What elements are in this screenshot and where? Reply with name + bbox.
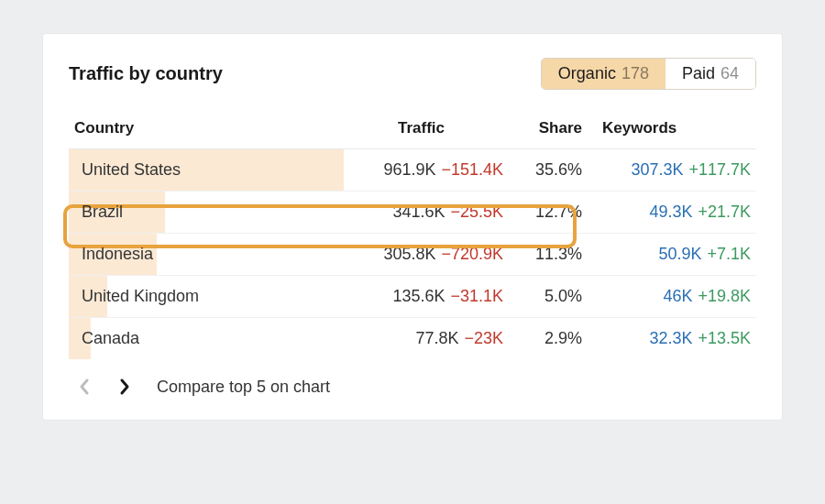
toggle-paid-label: Paid [682,64,715,83]
toggle-paid-count: 64 [720,64,739,83]
country-name: Indonesia [82,245,153,263]
country-cell: United Kingdom [69,276,344,318]
keywords-value: 49.3K [635,203,692,222]
keywords-value: 307.3K [626,160,683,180]
traffic-value: 77.8K [415,329,458,347]
country-name: United Kingdom [82,287,199,305]
traffic-delta: −151.4K [441,160,503,179]
keywords-value: 32.3K [635,329,692,348]
keywords-delta: +7.1K [707,245,751,263]
traffic-cell: 341.6K−25.5K [344,192,509,234]
traffic-delta: −23K [464,329,503,347]
table-row[interactable]: United Kingdom135.6K−31.1K5.0%46K+19.8K [69,276,756,318]
country-name: Brazil [82,203,123,221]
keywords-delta: +117.7K [688,160,751,179]
country-cell: Indonesia [69,234,344,276]
share-cell: 2.9% [509,318,591,360]
country-cell: United States [69,149,344,192]
table-row[interactable]: United States961.9K−151.4K35.6%307.3K+11… [69,149,756,192]
toggle-organic[interactable]: Organic 178 [542,59,666,89]
traffic-cell: 135.6K−31.1K [344,276,509,318]
keywords-cell: 46K+19.8K [591,276,756,318]
traffic-cell: 305.8K−720.9K [344,234,509,276]
traffic-type-toggle: Organic 178 Paid 64 [541,58,756,90]
traffic-cell: 77.8K−23K [344,318,509,360]
chevron-right-icon [118,378,131,396]
toggle-organic-count: 178 [622,64,649,83]
traffic-delta: −25.5K [450,203,503,221]
table-row[interactable]: Canada77.8K−23K2.9%32.3K+13.5K [69,318,756,360]
country-cell: Brazil [69,192,344,234]
col-country: Country [69,110,344,149]
keywords-cell: 49.3K+21.7K [591,192,756,234]
traffic-value: 341.6K [392,203,445,221]
keywords-cell: 32.3K+13.5K [591,318,756,360]
card-header: Traffic by country Organic 178 Paid 64 [69,58,756,90]
traffic-delta: −720.9K [441,245,503,263]
keywords-delta: +19.8K [698,287,751,305]
traffic-by-country-card: Traffic by country Organic 178 Paid 64 C… [42,33,783,421]
keywords-value: 50.9K [644,245,701,264]
share-cell: 35.6% [509,149,591,192]
traffic-value: 135.6K [392,287,445,305]
keywords-cell: 50.9K+7.1K [591,234,756,276]
card-footer: Compare top 5 on chart [69,374,756,400]
share-cell: 12.7% [509,192,591,234]
keywords-delta: +21.7K [698,203,751,221]
col-share: Share [509,110,591,149]
prev-button[interactable] [74,374,94,400]
traffic-delta: −31.1K [450,287,503,305]
traffic-cell: 961.9K−151.4K [344,149,509,192]
country-name: United States [82,160,181,179]
country-cell: Canada [69,318,344,360]
card-title: Traffic by country [69,63,223,84]
table-row[interactable]: Indonesia305.8K−720.9K11.3%50.9K+7.1K [69,234,756,276]
share-cell: 11.3% [509,234,591,276]
chevron-left-icon [78,378,91,396]
country-name: Canada [82,329,139,347]
col-keywords: Keywords [591,110,756,149]
keywords-delta: +13.5K [698,329,751,347]
next-button[interactable] [115,374,135,400]
toggle-paid[interactable]: Paid 64 [666,59,755,89]
keywords-value: 46K [635,287,692,306]
toggle-organic-label: Organic [558,64,616,83]
compare-link[interactable]: Compare top 5 on chart [157,378,330,397]
table-row[interactable]: Brazil341.6K−25.5K12.7%49.3K+21.7K [69,192,756,234]
nav-arrows [74,374,135,400]
keywords-cell: 307.3K+117.7K [591,149,756,192]
traffic-value: 961.9K [383,160,435,179]
col-traffic: Traffic [344,110,509,149]
country-table: Country Traffic Share Keywords United St… [69,110,756,359]
share-cell: 5.0% [509,276,591,318]
traffic-value: 305.8K [383,245,435,263]
